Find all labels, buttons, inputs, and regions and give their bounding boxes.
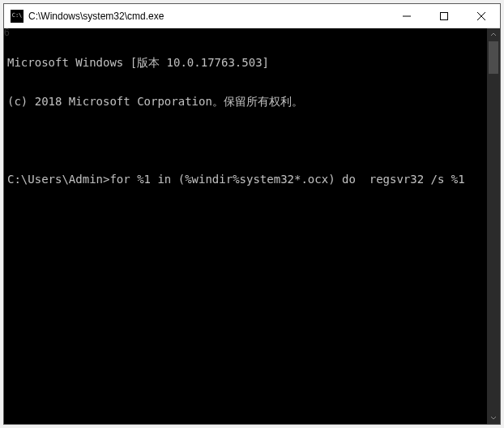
chevron-down-icon — [490, 414, 497, 421]
maximize-button[interactable] — [425, 4, 463, 28]
cmd-window: 6 C:\ C:\Windows\system32\cmd.exe Micros… — [3, 3, 501, 425]
console-command: for %1 in (%windir%system32*.ocx) do reg… — [109, 173, 464, 186]
titlebar[interactable]: C:\ C:\Windows\system32\cmd.exe — [4, 4, 500, 28]
corner-label: 6 — [4, 27, 10, 38]
close-icon — [477, 12, 485, 20]
console-prompt-line: C:\Users\Admin>for %1 in (%windir%system… — [7, 173, 484, 186]
scroll-up-button[interactable] — [487, 28, 500, 41]
maximize-icon — [440, 12, 448, 20]
window-controls — [388, 4, 500, 28]
minimize-icon — [403, 12, 411, 20]
console-blank-line — [7, 134, 484, 147]
app-icon: C:\ — [11, 10, 23, 23]
app-icon-text: C:\ — [12, 13, 23, 19]
window-title: C:\Windows\system32\cmd.exe — [28, 11, 388, 22]
console-content: Microsoft Windows [版本 10.0.17763.503] (c… — [4, 28, 487, 424]
scrollbar-thumb[interactable] — [489, 41, 498, 74]
console-area[interactable]: Microsoft Windows [版本 10.0.17763.503] (c… — [4, 28, 500, 424]
console-prompt: C:\Users\Admin> — [7, 173, 109, 186]
chevron-up-icon — [490, 32, 497, 38]
console-line-version: Microsoft Windows [版本 10.0.17763.503] — [7, 56, 484, 69]
minimize-button[interactable] — [388, 4, 425, 28]
vertical-scrollbar[interactable] — [487, 28, 500, 424]
svg-rect-1 — [441, 12, 448, 19]
scroll-down-button[interactable] — [487, 411, 500, 424]
console-line-copyright: (c) 2018 Microsoft Corporation。保留所有权利。 — [7, 95, 484, 108]
close-button[interactable] — [463, 4, 500, 28]
